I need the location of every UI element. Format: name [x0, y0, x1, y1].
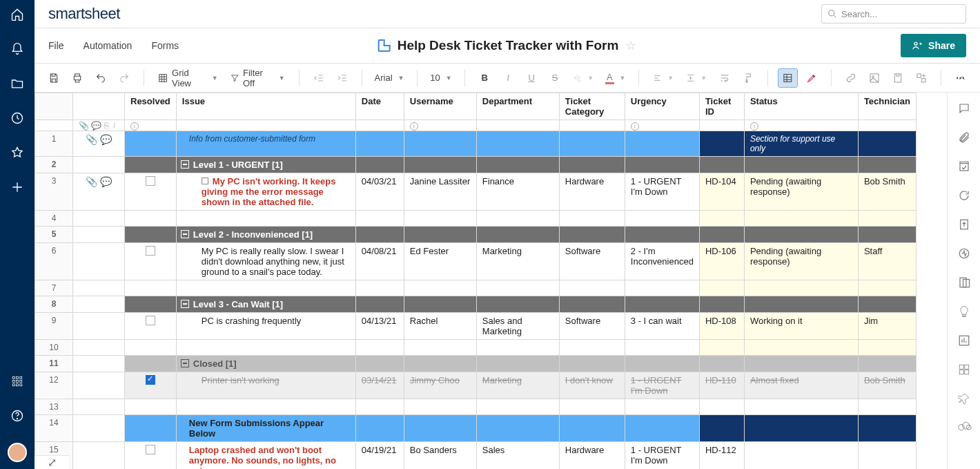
table-row[interactable]: 3 📎 💬 My PC isn't working. It keeps givi… [35, 173, 917, 211]
collapse-icon[interactable] [202, 178, 208, 184]
chart-icon[interactable] [958, 334, 970, 347]
menu-forms[interactable]: Forms [151, 40, 179, 51]
text-color-icon[interactable]: A▼ [602, 68, 629, 88]
checkbox[interactable] [146, 375, 155, 385]
italic-icon[interactable]: I [498, 68, 518, 88]
conversations-icon[interactable] [958, 102, 970, 115]
menu-automation[interactable]: Automation [84, 40, 133, 51]
col-resolved[interactable]: Resolved [125, 93, 177, 120]
row-icons[interactable]: 📎 💬 [79, 134, 119, 145]
avatar[interactable] [8, 443, 27, 462]
table-row[interactable]: 4 [35, 211, 917, 227]
table-row[interactable]: 14 New Form Submissions Appear Below [35, 415, 917, 442]
publish-icon[interactable] [958, 218, 970, 231]
print-icon[interactable] [68, 68, 87, 88]
table-row[interactable]: 7 [35, 280, 917, 296]
table-row[interactable]: 9 PC is crashing frequently 04/13/21 Rac… [35, 313, 917, 340]
link-icon[interactable] [841, 68, 861, 88]
info-icon[interactable]: i [750, 122, 758, 131]
grid[interactable]: Resolved Issue Date Username Department … [35, 93, 947, 469]
brand-logo: smartsheet [48, 5, 120, 23]
grid-mode-icon[interactable] [778, 68, 798, 88]
folder-icon[interactable] [10, 76, 25, 91]
valign-icon[interactable]: ▼ [682, 68, 711, 88]
strike-icon[interactable]: S [545, 68, 565, 88]
collapse-icon[interactable] [181, 160, 189, 169]
table-row[interactable]: 15 Laptop crashed and won't boot anymore… [35, 442, 917, 470]
help-icon[interactable] [10, 408, 25, 423]
indent-icon[interactable] [333, 68, 352, 88]
col-date[interactable]: Date [355, 93, 404, 120]
wrap-icon[interactable] [715, 68, 734, 88]
info-icon[interactable]: i [631, 122, 639, 131]
card-view-icon[interactable] [958, 363, 970, 376]
update-requests-icon[interactable] [958, 189, 970, 202]
row-icons[interactable]: 📎 💬 [79, 176, 119, 187]
brandforce-icon[interactable] [958, 421, 970, 434]
add-icon[interactable] [10, 180, 25, 195]
outdent-icon[interactable] [309, 68, 329, 88]
save-icon[interactable] [44, 68, 63, 88]
image-icon[interactable] [865, 68, 884, 88]
collapse-icon[interactable] [181, 230, 189, 238]
expand-icon[interactable]: ⤢ [35, 455, 69, 469]
search-input[interactable]: Search... [821, 4, 966, 23]
home-icon[interactable] [10, 7, 25, 22]
table-row[interactable]: 1 📎 💬 Info from customer-submitted form … [35, 131, 917, 157]
col-urgency[interactable]: Urgency [625, 93, 699, 120]
checkbox[interactable] [146, 246, 155, 256]
collapse-toolbar-icon[interactable] [952, 68, 972, 88]
collapse-icon[interactable] [181, 359, 189, 367]
align-icon[interactable]: ▼ [649, 68, 678, 88]
favorites-icon[interactable] [10, 145, 25, 160]
font-size-select[interactable]: 10▼ [427, 68, 455, 88]
col-category[interactable]: Ticket Category [559, 93, 625, 120]
checkbox[interactable] [146, 445, 155, 454]
bold-icon[interactable]: B [475, 68, 494, 88]
svg-rect-15 [784, 74, 792, 82]
attachments-icon[interactable] [958, 131, 970, 144]
info-icon[interactable]: i [410, 122, 418, 131]
attach-icon[interactable] [888, 68, 908, 88]
font-select[interactable]: Arial▼ [371, 68, 406, 88]
fill-color-icon[interactable]: ▼ [569, 68, 598, 88]
notifications-icon[interactable] [10, 41, 25, 57]
recents-icon[interactable] [10, 111, 25, 126]
share-button[interactable]: Share [901, 34, 966, 57]
undo-icon[interactable] [91, 68, 110, 88]
checkbox[interactable] [146, 316, 155, 325]
col-status[interactable]: Status [744, 93, 858, 120]
format-icon[interactable] [738, 68, 758, 88]
table-row[interactable]: 6 My PC is really really slow. I swear I… [35, 243, 917, 280]
col-tech[interactable]: Technician [858, 93, 916, 120]
table-row[interactable]: 11 Closed [1] [35, 356, 917, 372]
table-row[interactable]: 2 Level 1 - URGENT [1] [35, 157, 917, 173]
proof-icon[interactable] [958, 160, 970, 173]
col-issue[interactable]: Issue [176, 93, 355, 120]
highlight-icon[interactable] [802, 68, 821, 88]
table-row[interactable]: 10 [35, 340, 917, 356]
pin-icon[interactable] [958, 392, 970, 405]
filter-button[interactable]: Filter Off▼ [226, 68, 289, 88]
table-row[interactable]: 13 [35, 399, 917, 415]
svg-rect-6 [20, 381, 22, 383]
col-department[interactable]: Department [476, 93, 559, 120]
table-row[interactable]: 5 Level 2 - Inconvenienced [1] [35, 227, 917, 243]
collapse-icon[interactable] [181, 300, 189, 308]
apps-icon[interactable] [10, 374, 25, 389]
checkbox[interactable] [146, 176, 155, 186]
info-icon[interactable]: i [130, 122, 139, 131]
underline-icon[interactable]: U [522, 68, 541, 88]
col-username[interactable]: Username [404, 93, 476, 120]
table-row[interactable]: 12 Printer isn't working 03/14/21 Jimmy … [35, 372, 917, 399]
symbols-icon[interactable] [912, 68, 931, 88]
grid-view-button[interactable]: Grid View▼ [154, 68, 222, 88]
tip-icon[interactable] [958, 305, 970, 318]
activity-icon[interactable] [958, 247, 970, 260]
table-row[interactable]: 8 Level 3 - Can Wait [1] [35, 296, 917, 313]
redo-icon[interactable] [115, 68, 134, 88]
summary-icon[interactable] [958, 276, 970, 289]
menu-file[interactable]: File [48, 40, 64, 51]
favorite-star-icon[interactable]: ☆ [625, 38, 636, 53]
col-ticket[interactable]: Ticket ID [699, 93, 744, 120]
